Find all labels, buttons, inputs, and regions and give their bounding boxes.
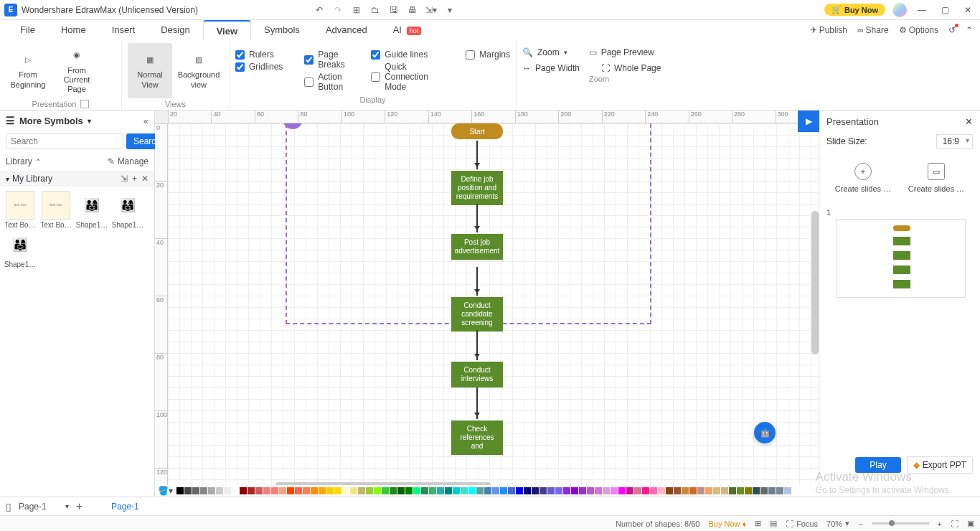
color-swatch[interactable] (516, 487, 523, 494)
flowchart-box[interactable]: Conduct candidate screening (451, 297, 503, 332)
create-slides-button[interactable]: + Create slides … (835, 163, 891, 193)
notification-icon[interactable]: ↺ (948, 25, 956, 35)
user-avatar[interactable] (892, 3, 907, 17)
from-current-page-button[interactable]: ◉ From Current Page (55, 43, 99, 98)
color-swatch[interactable] (374, 487, 381, 494)
more-icon[interactable]: ▾ (443, 4, 456, 17)
collapse-ribbon-icon[interactable]: ⌃ (966, 25, 973, 35)
color-swatch[interactable] (192, 487, 199, 494)
minimize-button[interactable]: — (914, 5, 930, 15)
color-swatch[interactable] (232, 487, 239, 494)
share-button[interactable]: ∞Share (857, 25, 889, 35)
library-item[interactable]: 👨‍👩‍👧Shape1… (110, 191, 145, 229)
menu-file[interactable]: File (7, 20, 48, 40)
print-icon[interactable]: 🖶 (406, 4, 419, 17)
fill-bucket-icon[interactable]: 🪣▾ (158, 486, 173, 496)
color-swatch[interactable] (200, 487, 207, 494)
color-swatch[interactable] (468, 487, 476, 494)
color-swatch[interactable] (437, 487, 444, 494)
menu-view[interactable]: View (203, 20, 251, 40)
color-swatch[interactable] (421, 487, 428, 494)
connector[interactable] (476, 387, 478, 419)
page-tab[interactable]: Page-1 (111, 502, 139, 512)
page-layout-icon[interactable]: ▯ (6, 501, 11, 512)
slide-size-select[interactable]: 16:9 (936, 134, 973, 149)
undo-icon[interactable]: ↶ (313, 4, 326, 17)
color-swatch[interactable] (642, 487, 649, 494)
options-button[interactable]: ⚙Options (899, 25, 938, 35)
play-button[interactable]: Play (855, 457, 900, 473)
color-swatch[interactable] (634, 487, 641, 494)
buy-now-button[interactable]: 🛒 Buy Now (824, 4, 885, 16)
zoom-out-button[interactable]: − (858, 520, 862, 528)
normal-view-button[interactable]: ▦ Normal View (128, 43, 172, 98)
from-beginning-button[interactable]: ▷ From Beginning (6, 43, 50, 98)
color-swatch[interactable] (784, 487, 791, 494)
color-swatch[interactable] (405, 487, 413, 494)
color-swatch[interactable] (271, 487, 278, 494)
close-button[interactable]: ✕ (960, 5, 976, 15)
view-mode-icon[interactable]: ⊞ (755, 519, 761, 528)
color-swatch[interactable] (476, 487, 484, 494)
redo-icon[interactable]: ↷ (331, 4, 344, 17)
menu-insert[interactable]: Insert (99, 20, 149, 40)
color-swatch[interactable] (350, 487, 357, 494)
library-item[interactable]: text boxText Bo… (39, 191, 73, 229)
color-swatch[interactable] (682, 487, 689, 494)
color-swatch[interactable] (287, 487, 294, 494)
flowchart-box[interactable]: Post job advertisement (451, 234, 503, 260)
color-swatch[interactable] (689, 487, 697, 494)
new-icon[interactable]: ⊞ (350, 4, 363, 17)
library-label[interactable]: Library (6, 156, 32, 166)
zoom-slider[interactable] (872, 522, 929, 525)
quick-connection-checkbox[interactable]: Quick Connection Mode (371, 62, 444, 92)
color-swatch[interactable] (295, 487, 302, 494)
publish-button[interactable]: ✈Publish (810, 25, 847, 35)
flowchart-box[interactable]: Define job position and requirements (451, 171, 503, 205)
color-swatch[interactable] (713, 487, 720, 494)
flowchart-box[interactable]: Check references and (451, 420, 503, 455)
close-panel-icon[interactable]: ✕ (965, 116, 973, 127)
assistant-icon[interactable]: 🤖 (754, 422, 776, 443)
page-selector[interactable]: Page-1▾ (19, 502, 69, 512)
library-item[interactable]: text boxText Bo… (3, 191, 37, 229)
color-swatch[interactable] (674, 487, 681, 494)
color-swatch[interactable] (445, 487, 452, 494)
library-item[interactable]: 👨‍👩‍👧Shape1… (3, 230, 37, 268)
color-swatch[interactable] (697, 487, 705, 494)
connector[interactable] (476, 141, 478, 169)
color-swatch[interactable] (255, 487, 263, 494)
color-swatch[interactable] (768, 487, 776, 494)
slide-thumbnail[interactable] (837, 219, 966, 298)
color-swatch[interactable] (508, 487, 515, 494)
color-swatch[interactable] (492, 487, 499, 494)
chevron-up-icon[interactable]: ⌃ (35, 158, 41, 166)
page-preview-button[interactable]: ▭Page Preview (589, 47, 654, 57)
color-swatch[interactable] (721, 487, 728, 494)
color-swatch[interactable] (587, 487, 594, 494)
color-swatch[interactable] (326, 487, 334, 494)
color-swatch[interactable] (579, 487, 586, 494)
zoom-percent[interactable]: 70% ▾ (826, 519, 849, 528)
open-icon[interactable]: 🗀 (369, 4, 382, 17)
page-width-button[interactable]: ↔Page Width (522, 63, 580, 73)
color-swatch[interactable] (263, 487, 270, 494)
color-swatch[interactable] (760, 487, 768, 494)
color-swatch[interactable] (650, 487, 657, 494)
connector[interactable] (476, 204, 478, 232)
connector[interactable] (476, 330, 478, 360)
color-swatch[interactable] (705, 487, 712, 494)
focus-button[interactable]: ⛶Focus (786, 520, 818, 528)
color-swatch[interactable] (737, 487, 744, 494)
gridlines-checkbox[interactable]: Gridlines (235, 62, 283, 72)
chevron-down-icon[interactable]: ▾ (88, 117, 91, 125)
page-breaks-checkbox[interactable]: Page Breaks (304, 50, 349, 70)
collapse-panel-icon[interactable]: « (143, 116, 149, 126)
flowchart-box[interactable]: Conduct interviews (451, 362, 503, 387)
color-swatch[interactable] (729, 487, 736, 494)
zoom-in-button[interactable]: + (938, 520, 942, 528)
close-lib-icon[interactable]: ✕ (141, 174, 149, 184)
hamburger-icon[interactable]: ☰ (6, 115, 15, 126)
fit-page-icon[interactable]: ⛶ (951, 520, 958, 528)
color-swatch[interactable] (603, 487, 610, 494)
